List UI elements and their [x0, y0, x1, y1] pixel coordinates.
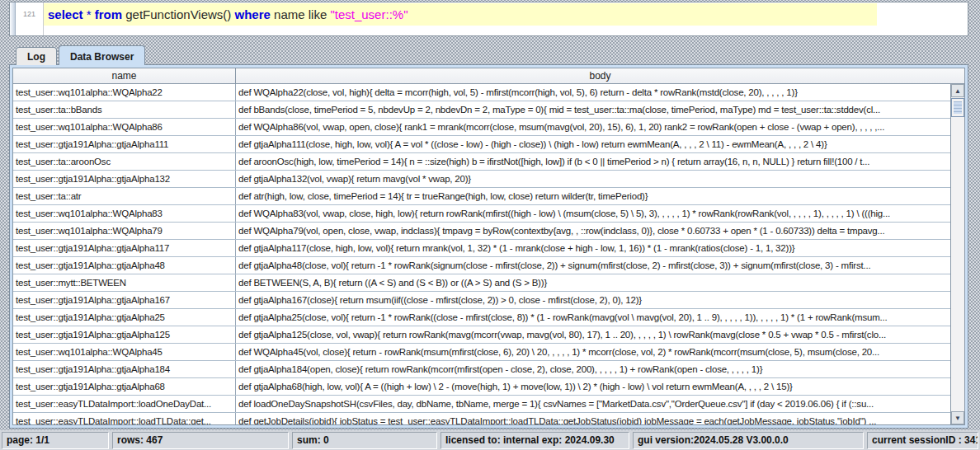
- name-cell[interactable]: test_user::gtja191Alpha::gtjaAlpha132: [13, 171, 236, 187]
- body-cell[interactable]: def bBands(close, timePeriod = 5, nbdevU…: [236, 101, 950, 118]
- name-cell[interactable]: test_user::gtja191Alpha::gtjaAlpha25: [13, 309, 236, 326]
- column-header-name[interactable]: name: [13, 68, 236, 83]
- name-cell[interactable]: test_user::gtja191Alpha::gtjaAlpha167: [13, 292, 236, 308]
- line-number-gutter: 121: [16, 2, 44, 35]
- editor-gripper[interactable]: [10, 2, 16, 35]
- app-window: 121 select * from getFunctionViews() whe…: [0, 0, 980, 450]
- name-cell[interactable]: test_user::wq101alpha::WQAlpha79: [13, 223, 236, 239]
- table-row[interactable]: test_user::gtja191Alpha::gtjaAlpha132def…: [13, 171, 950, 188]
- body-cell[interactable]: def gtjaAlpha111(close, high, low, vol){…: [236, 136, 950, 152]
- query-segment: name like: [271, 7, 331, 21]
- table-row[interactable]: test_user::gtja191Alpha::gtjaAlpha111def…: [13, 136, 950, 153]
- tab-bar: LogData Browser: [9, 41, 968, 64]
- body-cell[interactable]: def gtjaAlpha68(high, low, vol){ A = ((h…: [236, 378, 950, 395]
- name-cell[interactable]: test_user::ta::aroonOsc: [13, 153, 236, 170]
- table-row[interactable]: test_user::gtja191Alpha::gtjaAlpha48def …: [13, 257, 950, 274]
- table-row[interactable]: test_user::wq101alpha::WQAlpha86def WQAl…: [13, 119, 950, 136]
- name-cell[interactable]: test_user::ta::atr: [13, 188, 236, 204]
- body-cell[interactable]: def getJobDetails(jobid){ jobStatus = te…: [236, 413, 950, 424]
- table-row[interactable]: test_user::mytt::BETWEENdef BETWEEN(S, A…: [13, 274, 950, 292]
- status-sum: sum: 0: [292, 432, 437, 449]
- table-row[interactable]: test_user::easyTLDataImport::loadOneDayD…: [13, 396, 950, 413]
- tab-data-browser[interactable]: Data Browser: [59, 45, 145, 65]
- body-cell[interactable]: def gtjaAlpha25(close, vol){ return -1 *…: [236, 309, 950, 326]
- table-row[interactable]: test_user::gtja191Alpha::gtjaAlpha117def…: [13, 240, 950, 257]
- name-cell[interactable]: test_user::mytt::BETWEEN: [13, 274, 236, 291]
- table-row[interactable]: test_user::gtja191Alpha::gtjaAlpha25def …: [13, 309, 950, 326]
- query-segment: getFunctionViews(): [122, 7, 234, 21]
- table-row[interactable]: test_user::easyTLDataImport::loadTLData:…: [13, 413, 950, 424]
- down-arrow-icon: ▼: [954, 415, 961, 422]
- name-cell[interactable]: test_user::wq101alpha::WQAlpha45: [13, 344, 236, 360]
- table-row[interactable]: test_user::ta::aroonOscdef aroonOsc(high…: [13, 153, 950, 171]
- scrollbar-thumb[interactable]: [951, 98, 964, 117]
- query-text-area[interactable]: select * from getFunctionViews() where n…: [44, 2, 968, 35]
- name-cell[interactable]: test_user::ta::bBands: [13, 101, 236, 118]
- name-cell[interactable]: test_user::easyTLDataImport::loadOneDayD…: [13, 396, 236, 412]
- table-row[interactable]: test_user::wq101alpha::WQAlpha83def WQAl…: [13, 205, 950, 223]
- query-segment: *: [87, 7, 92, 21]
- query-segment: select: [48, 7, 83, 21]
- query-text: select * from getFunctionViews() where n…: [48, 7, 408, 21]
- scroll-down-button[interactable]: ▼: [951, 411, 964, 424]
- up-arrow-icon: ▲: [954, 87, 961, 95]
- table-body: test_user::wq101alpha::WQAlpha22def WQAl…: [13, 84, 950, 424]
- name-cell[interactable]: test_user::gtja191Alpha::gtjaAlpha68: [13, 378, 236, 395]
- table-row[interactable]: test_user::gtja191Alpha::gtjaAlpha125def…: [13, 326, 950, 344]
- body-cell[interactable]: def gtjaAlpha167(close){ return msum(iif…: [236, 292, 950, 308]
- name-cell[interactable]: test_user::wq101alpha::WQAlpha86: [13, 119, 236, 135]
- table-header-row: name body: [13, 68, 964, 84]
- name-cell[interactable]: test_user::gtja191Alpha::gtjaAlpha48: [13, 257, 236, 274]
- body-cell[interactable]: def WQAlpha79(vol, open, close, vwap, in…: [236, 223, 950, 239]
- body-cell[interactable]: def aroonOsc(high, low, timePeriod = 14)…: [236, 153, 950, 170]
- vertical-scrollbar[interactable]: ▲ ▼: [950, 84, 964, 424]
- table-row[interactable]: test_user::wq101alpha::WQAlpha45def WQAl…: [13, 344, 950, 361]
- table-row[interactable]: test_user::ta::atrdef atr(high, low, clo…: [13, 188, 950, 205]
- name-cell[interactable]: test_user::gtja191Alpha::gtjaAlpha117: [13, 240, 236, 256]
- table-row[interactable]: test_user::wq101alpha::WQAlpha22def WQAl…: [13, 84, 950, 101]
- line-number: 121: [23, 10, 35, 18]
- body-cell[interactable]: def WQAlpha86(vol, vwap, open, close){ r…: [236, 119, 950, 135]
- tab-log[interactable]: Log: [16, 47, 57, 65]
- name-cell[interactable]: test_user::gtja191Alpha::gtjaAlpha111: [13, 136, 236, 152]
- table-row[interactable]: test_user::gtja191Alpha::gtjaAlpha167def…: [13, 292, 950, 309]
- name-cell[interactable]: test_user::easyTLDataImport::loadTLData:…: [13, 413, 236, 424]
- body-cell[interactable]: def gtjaAlpha184(open, close){ return ro…: [236, 361, 950, 377]
- name-cell[interactable]: test_user::gtja191Alpha::gtjaAlpha184: [13, 361, 236, 377]
- tab-content: name body test_user::wq101alpha::WQAlpha…: [9, 64, 968, 429]
- table-row[interactable]: test_user::ta::bBandsdef bBands(close, t…: [13, 101, 950, 119]
- column-header-body[interactable]: body: [236, 68, 964, 83]
- name-cell[interactable]: test_user::wq101alpha::WQAlpha83: [13, 205, 236, 222]
- body-cell[interactable]: def WQAlpha22(close, vol, high){ delta =…: [236, 84, 950, 101]
- query-segment: "test_user::%": [330, 7, 408, 21]
- status-gui-version: gui version:2024.05.28 V3.00.0.0: [633, 432, 864, 449]
- status-license: licensed to: internal exp: 2024.09.30: [441, 432, 629, 449]
- query-editor[interactable]: 121 select * from getFunctionViews() whe…: [9, 2, 968, 36]
- table-row[interactable]: test_user::gtja191Alpha::gtjaAlpha184def…: [13, 361, 950, 378]
- body-cell[interactable]: def atr(high, low, close, timePeriod = 1…: [236, 188, 950, 204]
- status-page: page: 1/1: [2, 432, 109, 449]
- results-panel: LogData Browser name body test_user::wq1…: [9, 41, 968, 429]
- body-cell[interactable]: def WQAlpha45(vol, close){ return - rowR…: [236, 344, 950, 360]
- scroll-up-button[interactable]: ▲: [951, 84, 964, 97]
- status-rows: rows: 467: [112, 432, 289, 449]
- query-current-line[interactable]: select * from getFunctionViews() where n…: [44, 3, 877, 26]
- table-row[interactable]: test_user::gtja191Alpha::gtjaAlpha68def …: [13, 378, 950, 396]
- body-cell[interactable]: def loadOneDaySnapshotSH(csvFiles, day, …: [236, 396, 950, 412]
- name-cell[interactable]: test_user::wq101alpha::WQAlpha22: [13, 84, 236, 101]
- name-cell[interactable]: test_user::gtja191Alpha::gtjaAlpha125: [13, 326, 236, 343]
- status-session-id: current sessionID : 341: [867, 432, 978, 449]
- status-bar: page: 1/1rows: 467sum: 0licensed to: int…: [0, 430, 980, 450]
- body-cell[interactable]: def WQAlpha83(vol, vwap, close, high, lo…: [236, 205, 950, 222]
- table-row[interactable]: test_user::wq101alpha::WQAlpha79def WQAl…: [13, 223, 950, 240]
- query-segment: from: [95, 7, 122, 21]
- body-cell[interactable]: def gtjaAlpha117(close, high, low, vol){…: [236, 240, 950, 256]
- query-segment: where: [235, 7, 271, 21]
- body-cell[interactable]: def gtjaAlpha125(close, vol, vwap){ retu…: [236, 326, 950, 343]
- body-cell[interactable]: def BETWEEN(S, A, B){ return ((A < S) an…: [236, 274, 950, 291]
- body-cell[interactable]: def gtjaAlpha132(vol, vwap){ return mavg…: [236, 171, 950, 187]
- data-browser-table: name body test_user::wq101alpha::WQAlpha…: [12, 68, 965, 425]
- body-cell[interactable]: def gtjaAlpha48(close, vol){ return -1 *…: [236, 257, 950, 274]
